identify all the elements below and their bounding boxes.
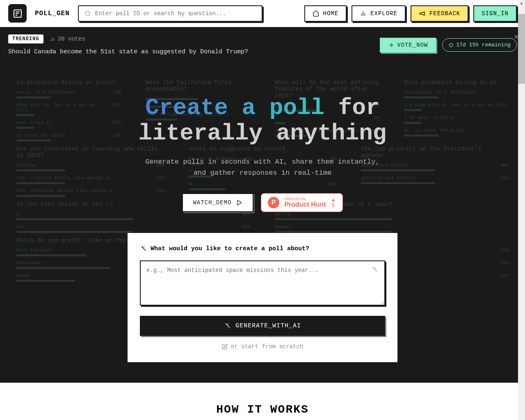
- svg-marker-15: [238, 200, 242, 205]
- brand-name: POLL_GEN: [35, 10, 70, 17]
- edit-icon: [222, 344, 228, 349]
- nav-buttons: HOME EXPLORE FEEDBACK SIGN_IN: [304, 5, 517, 22]
- logo-icon: [13, 9, 23, 18]
- how-it-works-section: HOW IT WORKS: [0, 383, 525, 420]
- ph-big-text: Product Hunt: [284, 201, 326, 208]
- bar-chart-icon: [50, 36, 55, 42]
- watch-demo-button[interactable]: WATCH_DEMO: [182, 193, 253, 212]
- home-icon: [313, 10, 319, 17]
- home-label: HOME: [323, 10, 339, 17]
- svg-point-4: [85, 11, 90, 16]
- play-icon: [236, 199, 243, 206]
- vote-label: VOTE_NOW: [397, 42, 428, 48]
- product-hunt-badge[interactable]: P FIND US ON Product Hunt ▲ 5: [261, 193, 342, 212]
- ph-upvote: ▲ 5: [331, 197, 336, 208]
- megaphone-icon: [419, 10, 425, 17]
- wand-icon: [140, 245, 146, 252]
- triangle-up-icon: ▲: [331, 197, 336, 203]
- explore-label: EXPLORE: [370, 10, 397, 17]
- bar-chart-icon: [360, 10, 366, 17]
- create-poll-card: What would you like to create a poll abo…: [127, 233, 398, 363]
- title-rest2: literally anything: [139, 120, 387, 146]
- hero-subtitle: Generate polls in seconds with AI, share…: [139, 156, 386, 178]
- title-rest1: for: [324, 95, 379, 121]
- svg-line-5: [89, 15, 90, 16]
- vote-now-button[interactable]: VOTE_NOW: [380, 38, 436, 52]
- arrow-right-icon: [388, 42, 394, 48]
- trending-question: Should Canada become the 51st state as s…: [8, 48, 374, 55]
- signin-button[interactable]: SIGN_IN: [473, 5, 517, 22]
- logo[interactable]: [8, 4, 27, 23]
- trending-banner: TRENDING 30 votes Should Canada become t…: [0, 27, 525, 63]
- search-input[interactable]: [95, 10, 256, 17]
- demo-label: WATCH_DEMO: [193, 199, 231, 206]
- home-button[interactable]: HOME: [304, 5, 347, 22]
- poll-topic-input[interactable]: [140, 260, 385, 306]
- search-box[interactable]: [78, 5, 262, 22]
- header: POLL_GEN HOME EXPLORE FEEDBACK SIGN_IN: [0, 0, 525, 27]
- hero-buttons: WATCH_DEMO P FIND US ON Product Hunt ▲ 5: [182, 193, 342, 212]
- hero-title: Create a poll for literally anything: [139, 96, 387, 146]
- svg-point-13: [450, 43, 453, 47]
- feedback-button[interactable]: FEEDBACK: [411, 5, 468, 22]
- ph-small-text: FIND US ON: [284, 197, 326, 201]
- wand-corner-icon[interactable]: [371, 266, 378, 274]
- how-title: HOW IT WORKS: [0, 403, 525, 416]
- time-remaining-badge: 17d 15h remaining: [442, 38, 517, 52]
- create-label-text: What would you like to create a poll abo…: [151, 245, 309, 252]
- wand-icon: [224, 322, 231, 329]
- create-label: What would you like to create a poll abo…: [140, 245, 385, 252]
- ph-count: 5: [332, 203, 335, 208]
- trending-badge: TRENDING: [8, 34, 43, 43]
- search-icon: [84, 10, 91, 17]
- explore-button[interactable]: EXPLORE: [352, 5, 406, 22]
- hero-section: es pineapple belong on pizza?utely, it's…: [0, 63, 525, 383]
- generate-button[interactable]: GENERATE_WITH_AI: [140, 316, 385, 336]
- product-hunt-icon: P: [268, 197, 279, 208]
- timer-icon: [448, 42, 454, 48]
- trending-votes: 30 votes: [50, 36, 85, 42]
- votes-count: 30 votes: [58, 36, 85, 42]
- start-from-scratch-link[interactable]: or start from scratch: [140, 343, 385, 350]
- scroll-up-arrow[interactable]: ▲: [518, 0, 525, 7]
- title-gradient: Create a poll: [145, 95, 324, 121]
- signin-label: SIGN_IN: [482, 10, 509, 17]
- feedback-label: FEEDBACK: [429, 10, 460, 17]
- scratch-text: or start from scratch: [231, 343, 303, 350]
- gen-label: GENERATE_WITH_AI: [235, 322, 301, 329]
- time-text: 17d 15h remaining: [456, 42, 511, 48]
